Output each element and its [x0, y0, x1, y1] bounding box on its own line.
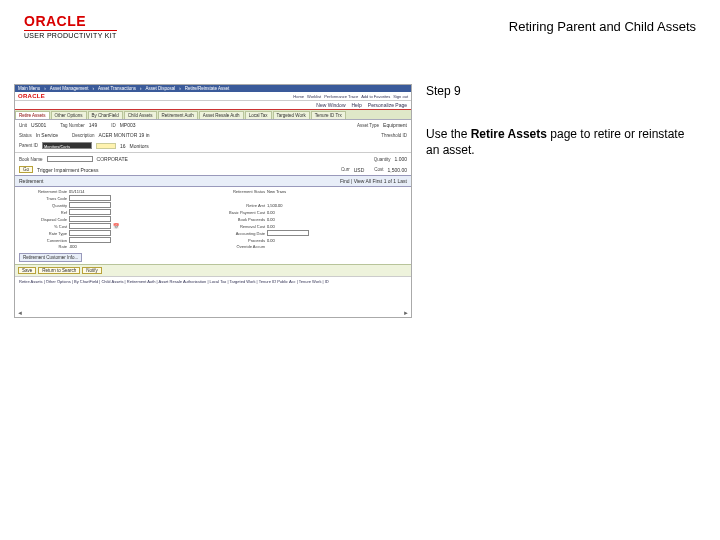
ref-input[interactable] — [69, 209, 111, 215]
retstatus-val: New Trans — [267, 189, 286, 194]
status-value: In Service — [36, 132, 58, 138]
page-tabs: Retire Assets Other Options By ChartFiel… — [15, 110, 411, 120]
desc-label: Description — [72, 133, 95, 138]
instr-pre: Use the — [426, 127, 471, 141]
help-link[interactable]: Help — [350, 102, 364, 108]
upk-subtitle: USER PRODUCTIVITY KIT — [24, 30, 117, 39]
grid-controls[interactable]: Find | View All First 1 of 1 Last — [340, 178, 407, 184]
instruction-column: Step 9 Use the Retire Assets page to ret… — [426, 84, 686, 318]
scroll-right-icon[interactable]: ► — [403, 310, 409, 316]
asset-type-label: Asset Type — [357, 123, 379, 128]
threshold-label: Threshold ID — [381, 133, 407, 138]
instr-bold: Retire Assets — [471, 127, 547, 141]
disp-input[interactable] — [69, 216, 111, 222]
pct-input[interactable] — [69, 223, 111, 229]
book-value: CORPORATE — [97, 156, 128, 162]
return-button[interactable]: Return to Search — [38, 267, 80, 274]
tab-targeted-work[interactable]: Targeted Work — [273, 111, 310, 119]
notify-button[interactable]: Notify — [82, 267, 102, 274]
oracle-bar: ORACLE Home Worklist Performance Trace A… — [15, 92, 411, 101]
retirement-fields: Retirement Date05/11/14 Retirement Statu… — [15, 187, 411, 251]
personalize-link[interactable]: Personalize Page — [366, 102, 409, 108]
instruction-text: Use the Retire Assets page to retire or … — [426, 126, 686, 158]
parent-value[interactable]: Monitors/Carts — [42, 142, 92, 149]
status-label: Status — [19, 133, 32, 138]
transcode-input[interactable] — [69, 195, 111, 201]
crumb[interactable]: Main Menu — [18, 86, 40, 91]
step-label: Step 9 — [426, 84, 686, 98]
rate-label: Rate — [19, 244, 67, 249]
new-window-link[interactable]: New Window — [314, 102, 347, 108]
tab-other-options[interactable]: Other Options — [51, 111, 87, 119]
retamt-val: 1,500.00 — [267, 203, 283, 208]
go-button[interactable]: Go — [19, 166, 33, 173]
retirement-heading: Retirement — [19, 178, 43, 184]
pct-label: % Cost — [19, 224, 67, 229]
tab-chartfield[interactable]: By ChartField — [88, 111, 123, 119]
hdr-row-2: Status In Service Description ACER MONIT… — [15, 130, 411, 140]
crumb[interactable]: Asset Management — [50, 86, 89, 91]
sel-field[interactable] — [96, 143, 116, 149]
book-input[interactable] — [47, 156, 93, 162]
basicpay-label: Basic Payment Cost — [217, 210, 265, 215]
app-screenshot: Main Menu› Asset Management› Asset Trans… — [14, 84, 412, 318]
acctg-input[interactable] — [267, 230, 309, 236]
scrollbar[interactable]: ◄► — [15, 310, 411, 317]
desc-value: ACER MONITOR 19 in — [99, 132, 150, 138]
id-label: ID — [111, 123, 116, 128]
crumb[interactable]: Asset Disposal — [146, 86, 176, 91]
ratetype-label: Rate Type — [19, 231, 67, 236]
ratetype-input[interactable] — [69, 230, 111, 236]
retstatus-label: Retirement Status — [217, 189, 265, 194]
tag-value: 149 — [89, 122, 97, 128]
crumb[interactable]: Retire/Reinstate Asset — [185, 86, 230, 91]
main-columns: Main Menu› Asset Management› Asset Trans… — [0, 44, 720, 318]
tab-retirement-auth[interactable]: Retirement Auth — [158, 111, 198, 119]
override-label: Override Accum — [217, 244, 265, 249]
monitors-text: Monitors — [130, 143, 149, 149]
calendar-icon[interactable]: 📅 — [113, 223, 119, 229]
retamt-label: Retire Amt — [217, 203, 265, 208]
parent-label: Parent ID — [19, 143, 38, 148]
screenshot-column: Main Menu› Asset Management› Asset Trans… — [14, 84, 414, 318]
qty-label: Quantity — [374, 157, 391, 162]
crumb[interactable]: Asset Transactions — [98, 86, 136, 91]
save-button[interactable]: Save — [18, 267, 36, 274]
tab-tenure[interactable]: Tenure ID Trx — [311, 111, 346, 119]
tab-local-tax[interactable]: Local Tax — [245, 111, 272, 119]
link-home[interactable]: Home — [293, 94, 304, 99]
tab-resale-auth[interactable]: Asset Resale Auth — [199, 111, 244, 119]
unit-label: Unit — [19, 123, 27, 128]
oracle-top-links: Home Worklist Performance Trace Add to F… — [293, 94, 408, 99]
link-perf-trace[interactable]: Performance Trace — [324, 94, 358, 99]
retirement-customer-expand[interactable]: Retirement Customer Info... — [19, 253, 82, 262]
scroll-left-icon[interactable]: ◄ — [17, 310, 23, 316]
link-signout[interactable]: Sign out — [393, 94, 408, 99]
sel-num: 16 — [120, 143, 126, 149]
link-worklist[interactable]: Worklist — [307, 94, 321, 99]
app-breadcrumb: Main Menu› Asset Management› Asset Trans… — [15, 85, 411, 92]
rate-val: .000 — [69, 244, 77, 249]
link-fav[interactable]: Add to Favorites — [361, 94, 390, 99]
bookproc-val: 0.00 — [267, 217, 275, 222]
action-buttons: Save Return to Search Notify — [15, 264, 411, 276]
go-desc: Trigger Impairment Process — [37, 167, 99, 173]
tab-retire-assets[interactable]: Retire Assets — [15, 111, 50, 119]
conv-label: Convention — [19, 238, 67, 243]
proceeds-val: 0.00 — [267, 238, 275, 243]
retdate-label: Retirement Date — [19, 189, 67, 194]
hdr-row-5: Go Trigger Impairment Process Curr USD C… — [15, 164, 411, 175]
retdate-val: 05/11/14 — [69, 189, 85, 194]
oracle-app-logo: ORACLE — [18, 93, 45, 99]
tab-child-assets[interactable]: Child Assets — [124, 111, 157, 119]
asset-type-value: Equipment — [383, 122, 407, 128]
remove-val: 0.00 — [267, 224, 275, 229]
hdr-row-1: Unit US001 Tag Number 149 ID MP003 Asset… — [15, 120, 411, 130]
quantity2-input[interactable] — [69, 202, 111, 208]
related-links[interactable]: Retire Assets | Other Options | By Chart… — [15, 276, 411, 286]
conv-input[interactable] — [69, 237, 111, 243]
cost-label: Cost — [374, 167, 383, 172]
page-title: Retiring Parent and Child Assets — [509, 19, 696, 34]
tag-label: Tag Number — [60, 123, 85, 128]
cost-value: 1,500.00 — [388, 167, 407, 173]
